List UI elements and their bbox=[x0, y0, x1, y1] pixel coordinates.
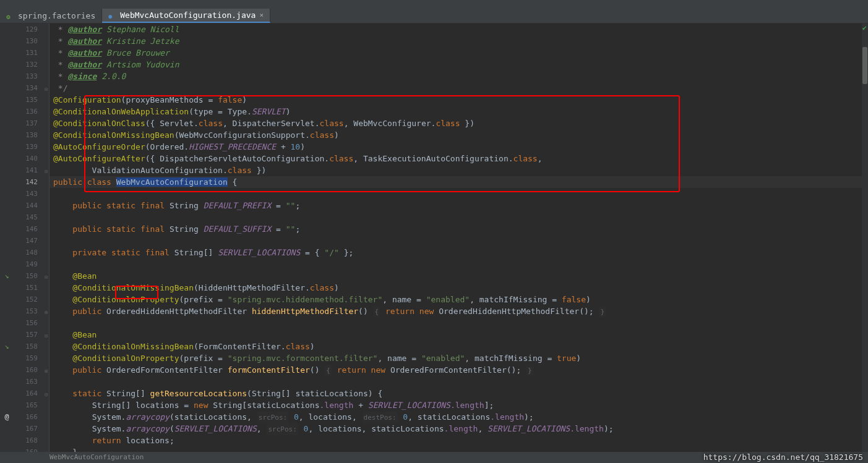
line-number[interactable]: 140 bbox=[14, 153, 49, 164]
line-number[interactable]: 130 bbox=[14, 35, 49, 47]
fold-icon[interactable]: ⊞ bbox=[41, 365, 48, 372]
override-marker-icon[interactable]: @ bbox=[0, 411, 14, 423]
line-number[interactable]: 143 bbox=[14, 188, 49, 200]
line-number[interactable]: 141⊟ bbox=[14, 164, 49, 176]
line-number[interactable]: 150⊟ bbox=[14, 270, 49, 282]
line-number[interactable]: 149 bbox=[14, 258, 49, 270]
fold-icon[interactable]: ⊟ bbox=[41, 166, 48, 172]
vertical-scrollbar[interactable] bbox=[862, 23, 868, 452]
title-bar-remnant bbox=[0, 0, 868, 9]
line-number[interactable]: 146 bbox=[14, 223, 49, 235]
line-number[interactable]: 145 bbox=[14, 211, 49, 223]
line-number[interactable]: 133 bbox=[14, 70, 49, 82]
fold-icon[interactable]: ⊞ bbox=[41, 307, 48, 313]
annotation-gutter: ↘ ↘ @ bbox=[0, 23, 14, 452]
line-number[interactable]: 151 bbox=[14, 282, 49, 294]
scrollbar-thumb[interactable] bbox=[862, 47, 867, 84]
fold-icon[interactable]: ⊟ bbox=[41, 83, 48, 90]
line-number[interactable]: 139 bbox=[14, 141, 49, 153]
watermark-text: https://blog.csdn.net/qq_31821675 bbox=[703, 452, 863, 462]
line-number[interactable]: 152 bbox=[14, 294, 49, 305]
fold-icon[interactable]: ⊟ bbox=[41, 389, 48, 395]
line-number[interactable]: 134⊟ bbox=[14, 82, 49, 94]
inspection-ok-icon[interactable]: ✔ bbox=[862, 23, 867, 32]
bean-marker-icon[interactable]: ↘ bbox=[0, 341, 14, 352]
line-number[interactable]: 135 bbox=[14, 94, 49, 106]
line-number[interactable]: 148 bbox=[14, 247, 49, 258]
tab-spring-factories[interactable]: spring.factories bbox=[0, 9, 102, 23]
bean-marker-icon[interactable]: ↘ bbox=[0, 270, 14, 282]
line-number-gutter: 129 130 131 132 133 134⊟ 135 136 137 138… bbox=[14, 23, 49, 452]
line-number[interactable]: 159 bbox=[14, 352, 49, 364]
line-number[interactable]: 164⊟ bbox=[14, 388, 49, 399]
fold-icon[interactable]: ⊟ bbox=[41, 330, 48, 336]
line-number[interactable]: 144 bbox=[14, 200, 49, 211]
breadcrumb[interactable]: WebMvcAutoConfiguration bbox=[49, 453, 144, 461]
line-number[interactable]: 147 bbox=[14, 235, 49, 247]
line-number[interactable]: 153⊞ bbox=[14, 305, 49, 317]
line-number[interactable]: 142 bbox=[14, 176, 49, 188]
editor-area: ↘ ↘ @ 129 130 131 132 133 134⊟ 135 136 1… bbox=[0, 23, 868, 452]
close-icon[interactable]: × bbox=[259, 11, 264, 19]
line-number[interactable]: 131 bbox=[14, 47, 49, 59]
line-number[interactable]: 166 bbox=[14, 411, 49, 423]
line-number[interactable]: 165 bbox=[14, 399, 49, 411]
line-number[interactable]: 129 bbox=[14, 23, 49, 35]
line-number[interactable]: 137 bbox=[14, 117, 49, 129]
line-number[interactable]: 138 bbox=[14, 129, 49, 141]
java-class-icon bbox=[108, 11, 117, 20]
line-number[interactable]: 157⊟ bbox=[14, 329, 49, 341]
tab-label: WebMvcAutoConfiguration.java bbox=[120, 11, 256, 20]
line-number[interactable]: 163 bbox=[14, 376, 49, 388]
line-number[interactable]: 160⊞ bbox=[14, 364, 49, 376]
fold-icon[interactable]: ⊟ bbox=[41, 271, 48, 278]
line-number[interactable]: 167 bbox=[14, 423, 49, 435]
editor-tab-bar: spring.factories WebMvcAutoConfiguration… bbox=[0, 9, 868, 23]
tab-label: spring.factories bbox=[18, 11, 95, 20]
line-number[interactable]: 168 bbox=[14, 435, 49, 446]
line-number[interactable]: 158 bbox=[14, 341, 49, 352]
code-editor[interactable]: * @author Stephane Nicoll * @author Kris… bbox=[49, 23, 868, 452]
tab-webmvc-autoconfiguration[interactable]: WebMvcAutoConfiguration.java × bbox=[102, 9, 270, 23]
line-number[interactable]: 132 bbox=[14, 59, 49, 70]
line-number[interactable]: 156 bbox=[14, 317, 49, 329]
spring-icon bbox=[6, 12, 15, 20]
line-number[interactable]: 136 bbox=[14, 106, 49, 117]
